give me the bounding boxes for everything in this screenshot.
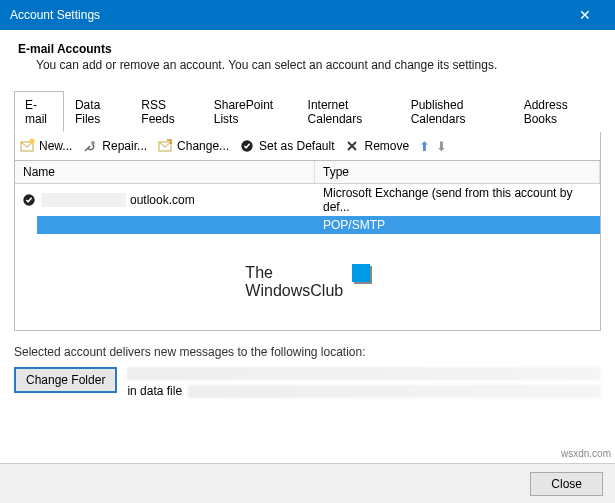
tab-data-files[interactable]: Data Files [64,91,130,132]
tab-published-calendars[interactable]: Published Calendars [400,91,513,132]
header-title: E-mail Accounts [18,42,601,56]
move-up-icon[interactable]: ⬆ [419,139,430,154]
svg-point-1 [30,139,35,144]
header-subtitle: You can add or remove an account. You ca… [18,58,601,72]
svg-point-2 [91,141,95,145]
watermark-line2: WindowsClub [245,282,343,299]
account-name-suffix: outlook.com [130,193,195,207]
close-button[interactable]: Close [530,472,603,496]
repair-button[interactable]: Repair... [82,138,147,154]
new-button[interactable]: New... [19,138,72,154]
move-down-icon[interactable]: ⬇ [436,139,447,154]
col-header-type[interactable]: Type [315,161,600,183]
watermark: The WindowsClub [15,264,600,300]
change-label: Change... [177,139,229,153]
account-name-redacted: x [41,193,126,207]
remove-label: Remove [364,139,409,153]
watermark-line1: The [245,264,273,281]
dialog-content: E-mail Accounts You can add or remove an… [0,30,615,410]
toolbar: New... Repair... Change... Set as Defaul… [14,132,601,161]
account-name-selected [37,216,315,234]
folder-info: in data file [127,367,601,402]
tab-internet-calendars[interactable]: Internet Calendars [297,91,400,132]
account-type-selected: POP/SMTP [315,216,600,234]
dialog-footer: Close [0,463,615,503]
title-bar: Account Settings ✕ [0,0,615,30]
account-row[interactable]: x outlook.com Microsoft Exchange (send f… [15,184,600,216]
change-icon [157,138,173,154]
account-list: Name Type x outlook.com Microsoft Exchan… [14,161,601,331]
tab-address-books[interactable]: Address Books [513,91,601,132]
window-title: Account Settings [10,8,100,22]
check-circle-icon [239,138,255,154]
set-default-label: Set as Default [259,139,334,153]
tab-strip: E-mail Data Files RSS Feeds SharePoint L… [14,90,601,132]
list-header: Name Type [15,161,600,184]
remove-button[interactable]: Remove [344,138,409,154]
remove-icon [344,138,360,154]
folder-path-redacted [127,367,601,380]
new-icon [19,138,35,154]
account-row-selected[interactable]: POP/SMTP [15,216,600,234]
in-data-file-label: in data file [127,384,182,398]
col-header-name[interactable]: Name [15,161,315,183]
account-type: Microsoft Exchange (send from this accou… [315,184,600,216]
delivery-section: Selected account delivers new messages t… [14,345,601,402]
repair-icon [82,138,98,154]
change-button[interactable]: Change... [157,138,229,154]
repair-label: Repair... [102,139,147,153]
set-default-button[interactable]: Set as Default [239,138,334,154]
change-folder-button[interactable]: Change Folder [14,367,117,393]
attribution: wsxdn.com [561,448,611,459]
tab-rss-feeds[interactable]: RSS Feeds [130,91,202,132]
header-block: E-mail Accounts You can add or remove an… [14,42,601,72]
move-arrows: ⬆ ⬇ [419,139,447,154]
tab-email[interactable]: E-mail [14,91,64,132]
close-icon[interactable]: ✕ [565,7,605,23]
default-account-icon [21,192,37,208]
watermark-square-icon [352,264,370,282]
data-file-path-redacted [188,385,601,398]
new-label: New... [39,139,72,153]
delivery-label: Selected account delivers new messages t… [14,345,601,359]
tab-sharepoint-lists[interactable]: SharePoint Lists [203,91,297,132]
